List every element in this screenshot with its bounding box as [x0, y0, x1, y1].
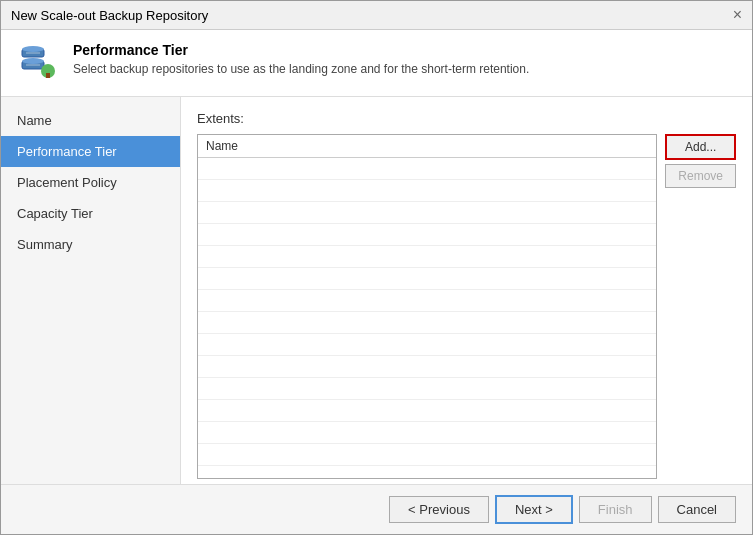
add-button[interactable]: Add... [665, 134, 736, 160]
database-tier-icon [18, 43, 58, 83]
dialog-title: New Scale-out Backup Repository [11, 8, 208, 23]
table-row [198, 422, 656, 444]
sidebar: Name Performance Tier Placement Policy C… [1, 97, 181, 484]
table-row [198, 158, 656, 180]
extents-section: Name [197, 134, 736, 479]
table-row [198, 356, 656, 378]
extents-table: Name [197, 134, 657, 479]
sidebar-item-performance-tier[interactable]: Performance Tier [1, 136, 180, 167]
table-row [198, 224, 656, 246]
extents-table-body [198, 158, 656, 478]
table-row [198, 180, 656, 202]
content-area: Extents: Name [181, 97, 752, 484]
sidebar-item-placement-policy[interactable]: Placement Policy [1, 167, 180, 198]
table-row [198, 268, 656, 290]
svg-point-1 [22, 46, 44, 52]
table-row [198, 290, 656, 312]
cancel-button[interactable]: Cancel [658, 496, 736, 523]
main-content: Name Performance Tier Placement Policy C… [1, 97, 752, 484]
svg-point-3 [22, 58, 44, 64]
table-row [198, 246, 656, 268]
footer: < Previous Next > Finish Cancel [1, 484, 752, 534]
table-row [198, 202, 656, 224]
header-description: Select backup repositories to use as the… [73, 62, 529, 76]
remove-button[interactable]: Remove [665, 164, 736, 188]
table-header-name: Name [198, 135, 656, 158]
table-row [198, 400, 656, 422]
table-row [198, 378, 656, 400]
sidebar-item-summary[interactable]: Summary [1, 229, 180, 260]
next-button[interactable]: Next > [495, 495, 573, 524]
header-title: Performance Tier [73, 42, 529, 58]
extents-buttons: Add... Remove [665, 134, 736, 479]
previous-button[interactable]: < Previous [389, 496, 489, 523]
close-button[interactable]: × [733, 7, 742, 23]
extents-label: Extents: [197, 111, 736, 126]
svg-rect-5 [46, 73, 50, 78]
sidebar-item-capacity-tier[interactable]: Capacity Tier [1, 198, 180, 229]
sidebar-item-name[interactable]: Name [1, 105, 180, 136]
header-content: Performance Tier Select backup repositor… [73, 42, 529, 76]
table-row [198, 444, 656, 466]
table-row [198, 334, 656, 356]
finish-button[interactable]: Finish [579, 496, 652, 523]
table-row [198, 312, 656, 334]
header: Performance Tier Select backup repositor… [1, 30, 752, 97]
dialog: New Scale-out Backup Repository × Perfor… [0, 0, 753, 535]
title-bar: New Scale-out Backup Repository × [1, 1, 752, 30]
header-icon [17, 42, 59, 84]
